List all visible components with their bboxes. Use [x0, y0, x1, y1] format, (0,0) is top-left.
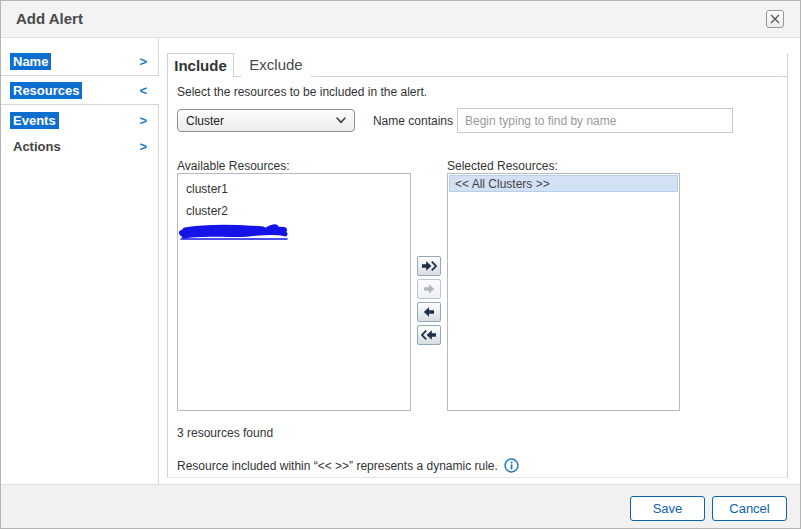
available-resources-label: Available Resources:: [177, 159, 290, 173]
list-item[interactable]: cluster2: [178, 200, 410, 222]
close-button[interactable]: [766, 10, 784, 28]
chevron-right-icon: >: [139, 113, 147, 128]
selected-resource-item[interactable]: << All Clusters >>: [449, 175, 678, 192]
redaction-scribble: [179, 220, 291, 242]
move-left-icon: [421, 306, 437, 318]
selected-resources-label: Selected Resources:: [447, 159, 558, 173]
tab-include[interactable]: Include: [167, 53, 234, 77]
selected-resources-list[interactable]: << All Clusters >>: [447, 173, 680, 411]
move-all-right-button[interactable]: [417, 256, 441, 276]
results-count: 3 resources found: [177, 426, 273, 440]
move-all-right-icon: [421, 260, 437, 272]
sidebar-divider: [158, 105, 159, 484]
close-icon: [770, 14, 780, 24]
info-button[interactable]: [504, 458, 519, 473]
sidebar-item-label: Events: [10, 112, 59, 129]
instruction-text: Select the resources to be included in t…: [177, 85, 427, 99]
info-icon: [504, 458, 519, 473]
dynamic-rule-note: Resource included within “<< >>” represe…: [177, 458, 519, 473]
sidebar-item-resources[interactable]: Resources <: [1, 77, 159, 105]
available-resources-list[interactable]: cluster1 cluster2: [177, 173, 411, 411]
dialog-title: Add Alert: [16, 1, 83, 37]
note-text: Resource included within “<< >>” represe…: [177, 459, 498, 473]
dialog-footer: Save Cancel: [1, 484, 800, 529]
save-button[interactable]: Save: [630, 496, 705, 521]
move-all-left-button[interactable]: [417, 325, 441, 345]
tab-strip-divider: [234, 76, 788, 77]
move-all-left-icon: [421, 329, 437, 341]
sidebar-divider: [158, 38, 159, 76]
sidebar-item-name[interactable]: Name >: [1, 48, 159, 76]
name-contains-label: Name contains: [331, 114, 453, 128]
move-right-button[interactable]: [417, 279, 441, 299]
list-item-redacted[interactable]: [178, 222, 410, 243]
add-alert-dialog: Add Alert Name > Resources < Events > Ac…: [0, 0, 801, 529]
tab-exclude[interactable]: Exclude: [241, 53, 311, 77]
sidebar-item-label: Resources: [10, 82, 82, 99]
name-contains-input[interactable]: [457, 108, 733, 133]
cancel-button[interactable]: Cancel: [712, 496, 787, 521]
resource-type-value: Cluster: [186, 114, 224, 128]
chevron-left-icon: <: [139, 83, 147, 98]
chevron-right-icon: >: [139, 54, 147, 69]
sidebar-item-actions[interactable]: Actions >: [1, 132, 159, 160]
chevron-right-icon: >: [139, 139, 147, 154]
list-item[interactable]: cluster1: [178, 178, 410, 200]
sidebar-item-label: Actions: [10, 138, 64, 155]
sidebar-item-events[interactable]: Events >: [1, 106, 159, 134]
move-right-icon: [421, 283, 437, 295]
resource-type-select[interactable]: Cluster: [177, 109, 355, 132]
dialog-header: Add Alert: [1, 1, 800, 38]
move-left-button[interactable]: [417, 302, 441, 322]
sidebar-item-label: Name: [10, 53, 51, 70]
